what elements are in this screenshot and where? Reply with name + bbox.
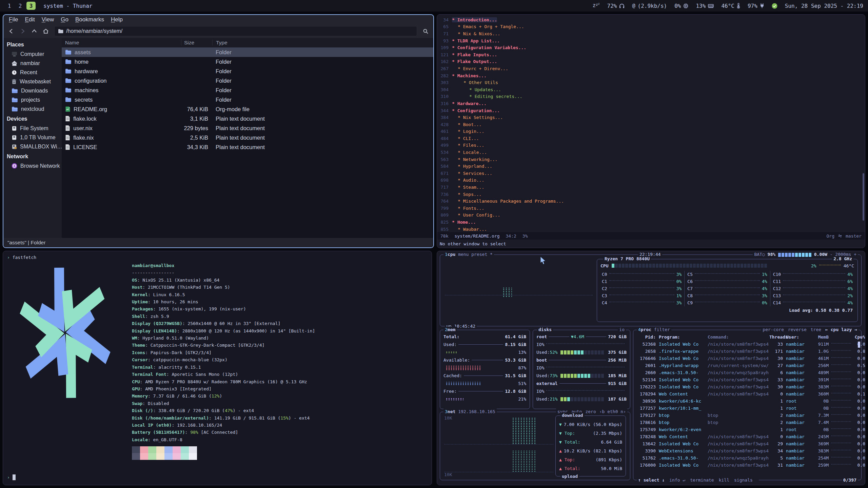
- table-row[interactable]: flake.lock3,1 KiBPlain text document: [62, 114, 433, 123]
- net-option-zero[interactable]: zero: [585, 409, 596, 414]
- proc-action--select-[interactable]: ↑ select ↓: [638, 477, 665, 483]
- workspace-button-1[interactable]: 1: [5, 2, 14, 10]
- sidebar-item-downloads[interactable]: Downloads: [3, 86, 62, 95]
- table-row[interactable]: homeFolder: [62, 57, 433, 66]
- table-row[interactable]: README.org76,4 KiBOrg-mode file: [62, 104, 433, 114]
- module-temperature[interactable]: 46°C: [721, 3, 740, 9]
- disk-io-row: IO%: [533, 387, 630, 395]
- process-row[interactable]: 175749kworker/6:2-even1root0B0.0: [633, 426, 861, 433]
- proc-option-tree[interactable]: tree: [811, 327, 821, 332]
- module-memory[interactable]: 13%: [696, 3, 714, 9]
- proc-action-kill[interactable]: kill: [719, 477, 729, 483]
- process-row[interactable]: 52134Isolated Web Co/nix/store/sm8fmrf3w…: [633, 376, 861, 383]
- proc-scrollbar-thumb[interactable]: [858, 342, 860, 348]
- sidebar-item-computer[interactable]: Computer: [3, 49, 62, 59]
- free-graph: [446, 398, 463, 400]
- process-mem: 7.4M: [812, 420, 829, 425]
- process-row[interactable]: 52368Isolated Web Co/nix/store/sm8fmrf3w…: [633, 341, 861, 348]
- table-row[interactable]: flake.nix2,5 KiBPlain text document: [62, 133, 433, 142]
- sidebar-item-browse-network[interactable]: Browse Network: [3, 161, 62, 170]
- sidebar-item-nambiar[interactable]: nambiar: [3, 59, 62, 68]
- disks-box-title[interactable]: disks: [538, 327, 552, 332]
- workspace-button-3[interactable]: 3: [26, 2, 36, 10]
- process-row[interactable]: 178294Web Content/nix/store/sm8fmrf3wps4…: [633, 390, 861, 398]
- menu-item-help[interactable]: Help: [107, 16, 126, 24]
- table-row[interactable]: machinesFolder: [62, 85, 433, 95]
- sidebar-item-recent[interactable]: Recent: [3, 68, 62, 77]
- process-row[interactable]: 177257kworker/10:1-mm_1root0B0.0: [633, 405, 861, 412]
- color-swatch: [189, 453, 197, 460]
- menu-item-view[interactable]: View: [38, 16, 58, 24]
- process-row[interactable]: 178248Web Content/nix/store/sm8fmrf3wps4…: [633, 433, 861, 440]
- sidebar-item-projects[interactable]: projects: [3, 95, 62, 104]
- up-button[interactable]: [29, 26, 39, 36]
- sidebar-item-file-system[interactable]: File System: [3, 124, 62, 133]
- module-status-ok[interactable]: [772, 3, 777, 9]
- menu-item-edit[interactable]: Edit: [21, 16, 38, 24]
- process-row[interactable]: 2660.emacs-31.0.50-/nix/store/wnqz5pa8ra…: [633, 369, 861, 376]
- module-battery[interactable]: 97%: [748, 3, 764, 9]
- search-button[interactable]: [420, 26, 431, 36]
- module-idle-inhibitor[interactable]: zzz: [592, 3, 599, 9]
- workspace-switcher[interactable]: 123: [5, 2, 37, 10]
- module-network[interactable]: @(2.9kb/s): [632, 3, 667, 9]
- process-command: /nix/store/sm8fmrf3wps4: [708, 434, 769, 439]
- sidebar-item-wastebasket[interactable]: Wastebasket: [3, 77, 62, 86]
- proc-action-info-[interactable]: info ↵: [669, 477, 685, 483]
- process-mem: 256M: [812, 363, 829, 368]
- process-row[interactable]: 38936kworker/u64:6-kc1root0B0.0: [633, 398, 861, 405]
- net-box-title[interactable]: 3net 192.168.10.165: [443, 409, 497, 415]
- path-entry[interactable]: /home/nambiar/system/: [54, 26, 417, 36]
- proc-option-reverse[interactable]: reverse: [788, 327, 807, 332]
- process-row[interactable]: 176000Isolated Web Co/nix/store/sm8fmrf3…: [633, 462, 861, 469]
- proc-options[interactable]: per-corereversetree← cpu lazy →: [761, 327, 859, 333]
- proc-action-signals[interactable]: signals: [734, 477, 753, 483]
- table-row[interactable]: secretsFolder: [62, 95, 433, 104]
- process-row[interactable]: 176223Isolated Web Co/nix/store/sm8fmrf3…: [633, 383, 861, 390]
- process-row[interactable]: 13642Isolated Web Co/nix/store/sm8fmrf3w…: [633, 440, 861, 447]
- process-row[interactable]: 2601.Hyprland-wrapp/run/current-system/s…: [633, 362, 861, 369]
- process-row[interactable]: 178616btopbtop2nambiar7.4M0.0: [633, 419, 861, 426]
- back-button[interactable]: [6, 26, 16, 36]
- process-row[interactable]: 179127btopbtop2nambiar7.3M0.0: [633, 412, 861, 419]
- net-interface[interactable]: ‹b eth0 n›: [599, 409, 626, 414]
- table-row[interactable]: hardwareFolder: [62, 66, 433, 76]
- proc-sort[interactable]: ← cpu lazy →: [825, 327, 857, 332]
- workspace-button-2[interactable]: 2: [16, 2, 25, 10]
- module-clock[interactable]: Sun, 28 Sep 2025 - 22:19: [785, 3, 863, 9]
- info-value: : catppuccin-mocha-blue (32px): [148, 357, 228, 362]
- mem-box-title[interactable]: 2mem: [443, 327, 457, 333]
- module-cpu[interactable]: 0%: [674, 3, 688, 9]
- io-mode-toggle[interactable]: io: [619, 327, 625, 332]
- table-row[interactable]: assetsFolder: [62, 47, 433, 57]
- forward-button[interactable]: [18, 26, 28, 36]
- proc-header-row[interactable]: Pid:Program:Command:Threads:User:MemBCpu…: [633, 333, 861, 341]
- menu-item-file[interactable]: File: [5, 16, 21, 24]
- sidebar-item-1-0-tb-volume[interactable]: 1,0 TB Volume: [3, 133, 62, 142]
- process-row[interactable]: 51762.emacs-31.0.50-/nix/store/wnqz5pa8r…: [633, 454, 861, 462]
- process-row[interactable]: 2658.firefox-wrappe/nix/store/sm8fmrf3wp…: [633, 348, 861, 355]
- table-row[interactable]: LICENSE34,3 KiBPlain text document: [62, 142, 433, 152]
- menu-item-bookmarks[interactable]: Bookmarks: [72, 16, 107, 24]
- cpu-core-panel: Ryzen 7 PRO 8840U 2.8 GHz CPU 2% 46°C C0…: [597, 259, 858, 322]
- table-row[interactable]: user.nix229 bytesPlain text document: [62, 123, 433, 133]
- module-volume[interactable]: 72%: [607, 3, 625, 9]
- sidebar-item-nextcloud[interactable]: nextcloud: [3, 104, 62, 114]
- proc-box-title[interactable]: 4proc filter: [637, 327, 671, 333]
- column-header-size[interactable]: Size: [181, 40, 212, 46]
- sidebar-item-smallbox-wi-[interactable]: SMALLBOX Wi…: [3, 142, 62, 151]
- proc-footer[interactable]: ↑ select ↓info ↵terminatekillsignals: [637, 477, 759, 483]
- process-row[interactable]: 176646Isolated Web Co/nix/store/sm8fmrf3…: [633, 355, 861, 362]
- table-row[interactable]: configurationFolder: [62, 76, 433, 85]
- process-row[interactable]: 3390WebExtensions/nix/store/sm8fmrf3wps4…: [633, 447, 861, 454]
- column-header-type[interactable]: Type: [212, 40, 433, 46]
- column-header-name[interactable]: Name: [62, 40, 181, 46]
- proc-action-terminate[interactable]: terminate: [690, 477, 714, 483]
- net-upload-baseline: [444, 472, 553, 472]
- menu-item-go[interactable]: Go: [57, 16, 72, 24]
- proc-option-per-core[interactable]: per-core: [763, 327, 784, 332]
- shell-prompt[interactable]: ›: [7, 474, 16, 481]
- cpu-box-title[interactable]: 1cpu menu preset *: [443, 251, 494, 258]
- home-button[interactable]: [41, 26, 51, 36]
- scrollbar-thumb[interactable]: [863, 173, 864, 221]
